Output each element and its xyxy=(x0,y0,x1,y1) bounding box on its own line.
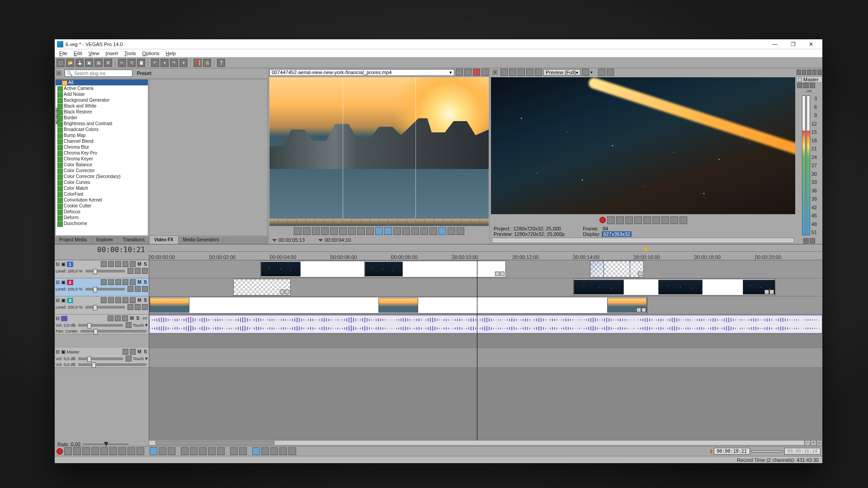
tool-icon[interactable] xyxy=(439,227,446,235)
plugin-item[interactable]: Convolution Kernel xyxy=(56,197,148,203)
close-icon[interactable] xyxy=(797,70,801,75)
menu-help[interactable]: Help xyxy=(163,50,179,56)
clip[interactable] xyxy=(233,279,291,296)
play-icon[interactable] xyxy=(303,227,311,235)
maximize-button[interactable]: ❐ xyxy=(784,41,802,47)
pause-icon[interactable] xyxy=(321,227,329,235)
selection-end-tc[interactable]: 00:00:16:14 xyxy=(784,448,821,455)
plugin-search[interactable]: 🔍 xyxy=(65,70,132,77)
trim-start-icon[interactable] xyxy=(190,447,198,455)
marker-bar[interactable] xyxy=(148,248,822,252)
trimmer-file-dropdown[interactable]: 007447452-aerial-view-new-york-financial… xyxy=(269,69,454,76)
preview-tool-icon[interactable] xyxy=(535,69,542,76)
play-start-icon[interactable] xyxy=(616,216,624,224)
marker-icon[interactable] xyxy=(230,447,238,455)
tool-icon[interactable] xyxy=(279,447,287,455)
tool-icon[interactable] xyxy=(448,227,455,235)
loop-icon[interactable] xyxy=(294,227,302,235)
next-frame-icon[interactable] xyxy=(366,227,374,235)
menu-options[interactable]: Options xyxy=(140,50,162,56)
snap-icon[interactable]: 🧲 xyxy=(193,59,202,67)
plugin-item[interactable]: Color Corrector xyxy=(56,168,148,174)
selection-start-tc[interactable] xyxy=(751,450,783,452)
go-start-icon[interactable] xyxy=(339,227,347,235)
trimmer-tool-icon[interactable] xyxy=(456,69,463,76)
preview-save-icon[interactable] xyxy=(607,69,614,76)
preview-video-view[interactable] xyxy=(491,77,795,214)
preview-copy-icon[interactable] xyxy=(598,69,605,76)
play-start-icon[interactable] xyxy=(73,447,81,455)
preview-fx-icon[interactable] xyxy=(509,69,516,76)
open-icon[interactable]: 📂 xyxy=(66,59,74,67)
plugin-tree-root[interactable]: All xyxy=(56,80,148,85)
speaker-icon[interactable] xyxy=(817,70,822,75)
trimmer-tool-icon[interactable] xyxy=(481,69,489,76)
plugin-item[interactable]: Broadcast Colors xyxy=(56,127,148,132)
plugin-item[interactable]: ColorFast xyxy=(56,191,148,197)
zoom-tool-icon[interactable] xyxy=(168,447,175,455)
trim-end-icon[interactable] xyxy=(199,447,207,455)
plugin-item[interactable]: Color Match xyxy=(56,185,148,191)
new-icon[interactable]: ▢ xyxy=(57,59,65,67)
minimize-button[interactable]: — xyxy=(766,41,784,47)
plugin-item[interactable]: Channel Blend xyxy=(56,138,148,144)
trim-icon[interactable] xyxy=(402,227,410,235)
loop-icon[interactable] xyxy=(607,216,615,224)
plugin-item[interactable]: Bump Map xyxy=(56,132,148,138)
plugin-item[interactable]: Black and White xyxy=(56,103,148,109)
mute-icon[interactable] xyxy=(803,83,809,88)
close-button[interactable]: ✕ xyxy=(802,41,820,47)
trimmer-tool-icon[interactable] xyxy=(464,69,472,76)
trimmer-video-view[interactable] xyxy=(269,77,489,219)
audio-clip[interactable] xyxy=(149,315,822,333)
plugin-item[interactable]: Chroma Key Pro xyxy=(56,150,148,156)
go-end-icon[interactable] xyxy=(118,447,126,455)
tool-icon[interactable] xyxy=(457,227,464,235)
gear-icon[interactable] xyxy=(802,70,807,75)
undo-drop-icon[interactable]: ▾ xyxy=(160,59,169,67)
menu-tools[interactable]: Tools xyxy=(122,50,139,56)
menu-insert[interactable]: Insert xyxy=(103,50,121,56)
auto-ripple-icon[interactable] xyxy=(261,447,269,455)
zoom-out-icon[interactable]: − xyxy=(805,440,811,446)
prev-frame-icon[interactable] xyxy=(127,447,135,455)
plugin-item[interactable]: Color Corrector (Secondary) xyxy=(56,174,148,179)
panel-close-icon[interactable]: × xyxy=(56,70,61,76)
paste-icon[interactable]: 📋 xyxy=(137,59,145,67)
fx-icon[interactable] xyxy=(797,83,802,88)
add-to-timeline-icon[interactable] xyxy=(375,227,383,235)
stop-icon[interactable] xyxy=(100,447,108,455)
lock-icon[interactable]: 🔒 xyxy=(203,59,211,67)
render-icon[interactable]: ▣ xyxy=(85,59,93,67)
help-icon[interactable]: ❔ xyxy=(217,59,225,67)
plugin-item[interactable]: Color Curves xyxy=(56,179,148,185)
plugin-item[interactable]: Chroma Blur xyxy=(56,144,148,150)
play-icon[interactable] xyxy=(625,216,633,224)
track-header-audio[interactable]: ⊟MS-Inf. Vol:0,0 dBTouch▾ Pan:Center xyxy=(55,314,149,334)
auto-crossfade-icon[interactable] xyxy=(270,447,278,455)
plugin-item[interactable]: Background Generator xyxy=(56,97,148,103)
track-header-video-1[interactable]: ⊟▣1MS Level: 100,0 % xyxy=(55,260,149,278)
preview-tool-icon[interactable] xyxy=(526,69,533,76)
timeline-timecode[interactable]: 00:00:10:21 xyxy=(55,245,148,254)
tab-media-generators[interactable]: Media Generators xyxy=(179,236,224,244)
copy-icon[interactable]: ⎘ xyxy=(127,59,136,67)
pause-icon[interactable] xyxy=(634,216,642,224)
stop-icon[interactable] xyxy=(643,216,651,224)
save-icon[interactable]: 💾 xyxy=(75,59,84,67)
add-media-icon[interactable] xyxy=(384,227,392,235)
prev-icon[interactable] xyxy=(807,70,811,75)
zoom-in-icon[interactable]: + xyxy=(811,440,816,446)
preview-scroll[interactable] xyxy=(492,238,794,243)
clip[interactable] xyxy=(573,279,775,296)
clip[interactable] xyxy=(149,297,647,314)
plugin-item[interactable]: Cookie Cutter xyxy=(56,203,148,209)
region-icon[interactable] xyxy=(239,447,247,455)
region-icon[interactable] xyxy=(420,227,428,235)
select-tool-icon[interactable] xyxy=(159,447,166,455)
preview-settings-icon[interactable] xyxy=(500,69,508,76)
plugin-item[interactable]: Add Noise xyxy=(56,91,148,97)
trim-icon[interactable] xyxy=(393,227,401,235)
time-ruler[interactable]: 00:00:00:00 00:00:02:00 00:00:04:00 00:0… xyxy=(149,254,822,260)
lock-icon[interactable] xyxy=(803,238,809,244)
